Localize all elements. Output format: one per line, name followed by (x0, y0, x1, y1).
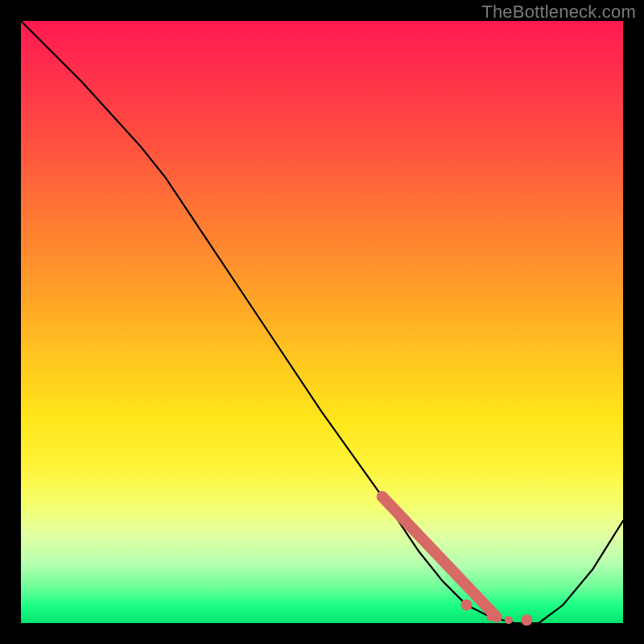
plot-area (21, 21, 623, 623)
highlight-thick-segment (382, 497, 497, 617)
curve-svg (21, 21, 623, 623)
indicator-dot (461, 600, 473, 611)
watermark-text: TheBottleneck.com (481, 2, 636, 23)
indicator-dot (521, 614, 532, 625)
chart-frame: TheBottleneck.com (0, 0, 644, 644)
bottleneck-curve (21, 21, 623, 623)
indicator-dot (505, 616, 513, 624)
indicator-dot (486, 613, 494, 621)
